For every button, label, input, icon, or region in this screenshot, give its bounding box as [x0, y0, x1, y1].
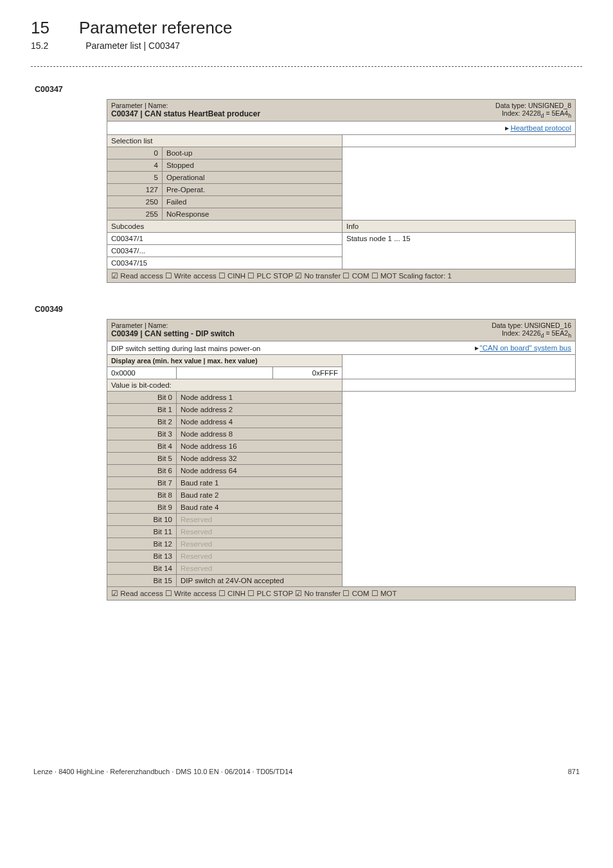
sel-num: 0 [107, 147, 163, 159]
section-number: 15.2 [31, 41, 48, 51]
heartbeat-link[interactable]: Heartbeat protocol [510, 124, 571, 132]
subcode-key: C00347/1 [107, 233, 342, 245]
min-hex: 0x0000 [107, 367, 177, 379]
sel-num: 4 [107, 159, 163, 172]
triangle-icon: ▸ [475, 343, 479, 352]
table-row: Bit 13Reserved [107, 550, 576, 563]
index-text: Index: 24226 [502, 329, 541, 337]
param-label-c00349: C00349 [35, 305, 582, 314]
bit-key: Bit 9 [107, 502, 177, 514]
chapter-title: Parameter reference [79, 18, 232, 38]
table-row: Bit 12Reserved [107, 538, 576, 550]
sel-val: Boot-up [163, 147, 342, 159]
bit-val: Node address 16 [177, 440, 342, 453]
bit-val: Reserved [177, 538, 342, 550]
selection-blank [342, 135, 576, 147]
index-sub-h: h [568, 113, 571, 119]
bit-key: Bit 1 [107, 404, 177, 416]
sel-val: Stopped [163, 159, 342, 172]
bit-key: Bit 6 [107, 465, 177, 477]
triangle-icon: ▸ [505, 123, 509, 132]
table-c00349: Parameter | Name: C00349 | CAN setting -… [107, 319, 576, 601]
link-row: ▸Heartbeat protocol [107, 122, 576, 135]
param-name: C00349 | CAN setting - DIP switch [111, 329, 235, 338]
index-eq: = 5EA2 [544, 329, 568, 337]
table-row: Bit 15DIP switch at 24V-ON accepted [107, 575, 576, 587]
bit-val: Baud rate 4 [177, 502, 342, 514]
bit-val: Node address 2 [177, 404, 342, 416]
table-row: Bit 6Node address 64 [107, 465, 576, 477]
bit-key: Bit 4 [107, 440, 177, 453]
subcode-info: Status node 1 ... 15 [342, 233, 576, 269]
bit-key: Bit 11 [107, 526, 177, 538]
footer-left: Lenze · 8400 HighLine · Referenzhandbuch… [33, 768, 292, 775]
bit-val: Baud rate 2 [177, 489, 342, 502]
table-row: Bit 10Reserved [107, 514, 576, 526]
bit-key: Bit 5 [107, 453, 177, 465]
bit-key: Bit 15 [107, 575, 177, 587]
bit-val: DIP switch at 24V-ON accepted [177, 575, 342, 587]
name-prefix: Parameter | Name: [111, 102, 168, 109]
bit-key: Bit 3 [107, 428, 177, 440]
bit-val: Node address 32 [177, 453, 342, 465]
index-eq: = 5EA4 [544, 109, 568, 117]
bit-val: Reserved [177, 526, 342, 538]
bit-val: Node address 8 [177, 428, 342, 440]
index-sub-h: h [568, 332, 571, 339]
table-row: 250Failed [107, 196, 576, 208]
table-row: 127Pre-Operat. [107, 184, 576, 196]
subcode-key: C00347/... [107, 245, 342, 257]
subcode-key: C00347/15 [107, 257, 342, 269]
access-flags: ☑ Read access ☐ Write access ☐ CINH ☐ PL… [107, 587, 576, 601]
dtype: Data type: UNSIGNED_16 [492, 321, 571, 329]
bit-key: Bit 14 [107, 563, 177, 575]
bit-key: Bit 2 [107, 416, 177, 428]
can-link[interactable]: "CAN on board" system bus [480, 344, 571, 352]
table-row: Bit 4Node address 16 [107, 440, 576, 453]
table-row: Bit 7Baud rate 1 [107, 477, 576, 489]
table-row: Bit 0Node address 1 [107, 392, 576, 404]
page-number: 871 [568, 768, 580, 775]
bit-key: Bit 12 [107, 538, 177, 550]
table-row: Bit 2Node address 4 [107, 416, 576, 428]
bit-val: Baud rate 1 [177, 477, 342, 489]
bit-key: Bit 7 [107, 477, 177, 489]
info-header: Info [342, 221, 576, 233]
table-row: Bit 1Node address 2 [107, 404, 576, 416]
access-footer: ☑ Read access ☐ Write access ☐ CINH ☐ PL… [107, 587, 576, 601]
sel-val: NoResponse [163, 208, 342, 221]
section-title: Parameter list | C00347 [85, 41, 180, 51]
spacer-cell [177, 367, 273, 379]
bit-val: Node address 4 [177, 416, 342, 428]
param-label-c00347: C00347 [35, 85, 582, 94]
bit-val: Reserved [177, 563, 342, 575]
sel-num: 250 [107, 196, 163, 208]
table-row: Bit 8Baud rate 2 [107, 489, 576, 502]
display-blank [342, 355, 576, 379]
table-row: Bit 9Baud rate 4 [107, 502, 576, 514]
divider [31, 66, 582, 67]
table-row: 4Stopped [107, 159, 576, 172]
dtype: Data type: UNSIGNED_8 [495, 102, 571, 109]
bit-key: Bit 0 [107, 392, 177, 404]
table-header-row: Parameter | Name: C00349 | CAN setting -… [107, 320, 576, 341]
display-area-header: Display area (min. hex value | max. hex … [107, 355, 342, 367]
sel-num: 127 [107, 184, 163, 196]
bit-coded-header: Value is bit-coded: [107, 379, 342, 392]
bit-key: Bit 13 [107, 550, 177, 563]
dtype-index: Data type: UNSIGNED_8 Index: 24228d = 5E… [495, 102, 571, 119]
desc-link-row: DIP switch setting during last mains pow… [107, 341, 576, 355]
bit-val: Reserved [177, 514, 342, 526]
bit-key: Bit 10 [107, 514, 177, 526]
table-row: Bit 14Reserved [107, 563, 576, 575]
access-footer: ☑ Read access ☐ Write access ☐ CINH ☐ PL… [107, 269, 576, 283]
sel-val: Pre-Operat. [163, 184, 342, 196]
table-header-row: Parameter | Name: C00347 | CAN status He… [107, 100, 576, 122]
sel-num: 5 [107, 172, 163, 184]
dtype-index: Data type: UNSIGNED_16 Index: 24226d = 5… [492, 321, 571, 339]
sel-val: Operational [163, 172, 342, 184]
sel-val: Failed [163, 196, 342, 208]
dip-desc: DIP switch setting during last mains pow… [111, 345, 260, 352]
index-text: Index: 24228 [502, 109, 541, 117]
table-row: 5Operational [107, 172, 576, 184]
